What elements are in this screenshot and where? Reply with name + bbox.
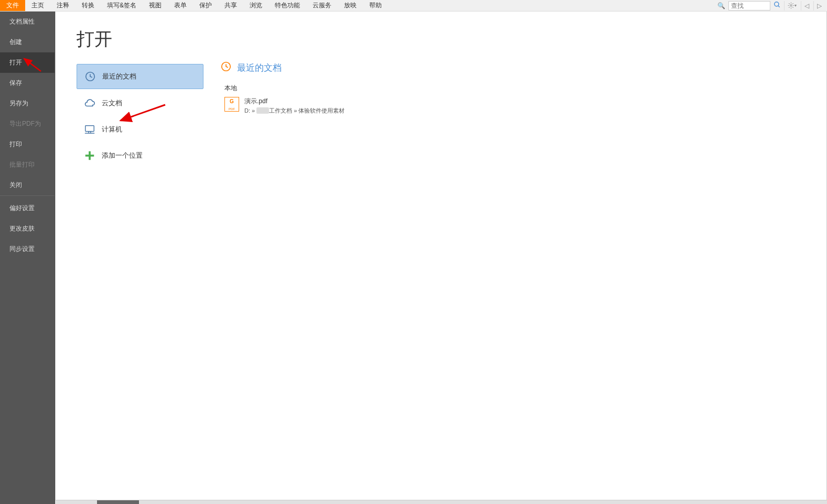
clock-icon <box>220 61 232 74</box>
menu-play[interactable]: 放映 <box>338 0 363 11</box>
sidebar-item-skin[interactable]: 更改皮肤 <box>0 218 55 239</box>
option-label: 最近的文档 <box>102 72 136 81</box>
menu-protect[interactable]: 保护 <box>193 0 218 11</box>
svg-line-1 <box>778 6 780 7</box>
menu-form[interactable]: 表单 <box>168 0 193 11</box>
sidebar-item-preferences[interactable]: 偏好设置 <box>0 198 55 218</box>
recent-file-item[interactable]: PDF 演示.pdf D: » 工作文档 » 体验软件使用素材 <box>224 96 826 116</box>
menubar: 文件 主页 注释 转换 填写&签名 视图 表单 保护 共享 浏览 特色功能 云服… <box>0 0 827 12</box>
sidebar-item-batchprint[interactable]: 批量打印 <box>0 155 55 175</box>
nav-next-icon[interactable]: ▷ <box>813 1 825 10</box>
option-computer[interactable]: 计算机 <box>77 117 203 141</box>
sidebar-item-close[interactable]: 关闭 <box>0 175 55 196</box>
sidebar-item-exportpdf[interactable]: 导出PDF为 <box>0 114 55 134</box>
menu-browse[interactable]: 浏览 <box>243 0 268 11</box>
sidebar-item-docprops[interactable]: 文档属性 <box>0 12 55 32</box>
status-bar-strip <box>55 500 827 504</box>
menu-file[interactable]: 文件 <box>0 0 25 11</box>
menu-view[interactable]: 视图 <box>143 0 168 11</box>
sidebar-item-saveas[interactable]: 另存为 <box>0 93 55 114</box>
option-label: 计算机 <box>102 125 122 134</box>
sidebar-item-open[interactable]: 打开 <box>0 52 55 73</box>
menu-feature[interactable]: 特色功能 <box>268 0 306 11</box>
menu-share[interactable]: 共享 <box>218 0 243 11</box>
sidebar-item-sync[interactable]: 同步设置 <box>0 239 55 259</box>
menu-comment[interactable]: 注释 <box>50 0 76 11</box>
file-sidebar: 文档属性 创建 打开 保存 另存为 导出PDF为 打印 批量打印 关闭 偏好设置… <box>0 12 55 504</box>
search-input[interactable] <box>728 1 770 10</box>
sidebar-item-save[interactable]: 保存 <box>0 73 55 93</box>
option-label: 云文档 <box>102 98 122 108</box>
option-add-location[interactable]: 添加一个位置 <box>77 144 203 168</box>
recent-header: 最近的文档 <box>220 61 826 74</box>
option-recent-docs[interactable]: 最近的文档 <box>77 64 203 89</box>
menu-help[interactable]: 帮助 <box>363 0 388 11</box>
svg-point-2 <box>790 5 792 6</box>
option-label: 添加一个位置 <box>102 151 143 160</box>
menu-convert[interactable]: 转换 <box>76 0 101 11</box>
pdf-file-icon: PDF <box>224 97 239 112</box>
option-cloud-docs[interactable]: 云文档 <box>77 91 203 115</box>
menu-home[interactable]: 主页 <box>25 0 50 11</box>
svg-point-0 <box>775 2 779 6</box>
sidebar-item-print[interactable]: 打印 <box>0 134 55 155</box>
gear-icon[interactable]: ▾ <box>784 1 800 10</box>
search-icon[interactable] <box>771 1 783 10</box>
recent-header-text: 最近的文档 <box>237 62 282 74</box>
svg-rect-9 <box>85 155 94 157</box>
svg-rect-4 <box>85 126 94 132</box>
menu-cloud[interactable]: 云服务 <box>306 0 338 11</box>
nav-prev-icon[interactable]: ◁ <box>801 1 812 10</box>
menu-fillsign[interactable]: 填写&签名 <box>101 0 143 11</box>
local-section-label: 本地 <box>224 84 826 93</box>
find-highlight-icon[interactable]: 🔍 <box>715 2 727 9</box>
cloud-icon <box>84 97 95 109</box>
plus-icon <box>84 150 95 161</box>
sidebar-item-create[interactable]: 创建 <box>0 32 55 52</box>
page-title: 打开 <box>77 27 208 51</box>
recent-file-path: D: » 工作文档 » 体验软件使用素材 <box>244 107 345 115</box>
computer-icon <box>84 124 95 135</box>
recent-file-name: 演示.pdf <box>244 97 345 106</box>
clock-icon <box>84 71 96 82</box>
